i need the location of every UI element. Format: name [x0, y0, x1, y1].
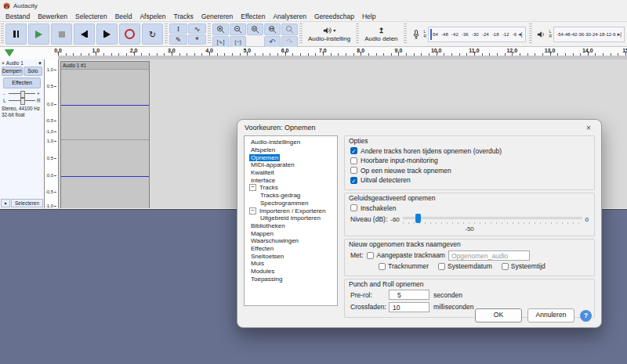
dialog-close-button[interactable]: × [583, 124, 594, 132]
custom-name-input[interactable]: Opgenomen_audio [448, 250, 530, 261]
skip-to-start-button[interactable] [74, 23, 95, 45]
toolbar-grip[interactable] [1, 23, 4, 45]
skip-to-end-button[interactable] [96, 23, 118, 45]
zoom-out-button[interactable] [230, 23, 246, 35]
tree-item-muis[interactable]: Muis [246, 260, 335, 268]
custom-name-checkbox[interactable] [367, 252, 374, 259]
naming-checkbox[interactable] [379, 263, 386, 270]
multi-tool-button[interactable]: * [188, 34, 206, 45]
dialog-title-bar[interactable]: Voorkeuren: Opnemen × [237, 120, 601, 135]
menu-tracks[interactable]: Tracks [170, 13, 198, 20]
tree-item-spectrogrammen[interactable]: Spectrogrammen [246, 200, 335, 207]
recording-meter-scale[interactable]: -54-48-42-36-30-24-18-12-6 ◂| [428, 27, 525, 42]
record-button[interactable] [119, 23, 140, 45]
tree-item-interface[interactable]: Interface [246, 176, 335, 184]
option-row[interactable]: Op een nieuwe track opnemen [350, 167, 589, 175]
stop-button[interactable] [51, 23, 72, 45]
tree-item-waarschuwingen[interactable]: Waarschuwingen [246, 237, 335, 245]
toolbar-grip[interactable] [529, 23, 532, 45]
tree-item-bibliotheken[interactable]: Bibliotheken [246, 222, 335, 230]
microphone-button[interactable] [410, 27, 422, 41]
pan-slider-thumb[interactable] [20, 98, 25, 105]
tree-item-audio-instellingen[interactable]: Audio-instellingen [246, 139, 335, 146]
option-checkbox[interactable] [350, 157, 357, 164]
pause-button[interactable] [5, 23, 27, 45]
timeline-pin-icon[interactable] [5, 49, 14, 56]
menu-help[interactable]: Help [358, 13, 379, 20]
play-button[interactable] [28, 23, 49, 45]
recording-meter[interactable]: LR -54-48-42-36-30-24-18-12-6 ◂| [408, 22, 528, 46]
tree-expander-icon[interactable]: − [249, 207, 256, 214]
audio-clip[interactable]: Audio 1 #1 [60, 61, 150, 208]
naming-checkbox[interactable] [438, 263, 445, 270]
toolbar-grip[interactable] [404, 23, 407, 45]
tree-item-tracks[interactable]: −Tracks [246, 184, 335, 192]
toolbar-grip[interactable] [356, 23, 359, 45]
tree-item-afspelen[interactable]: Afspelen [246, 146, 335, 154]
enable-checkbox[interactable] [350, 204, 357, 211]
menu-bewerken[interactable]: Bewerken [34, 13, 71, 20]
fit-project-button[interactable] [264, 23, 281, 35]
menu-afspelen[interactable]: Afspelen [136, 13, 169, 20]
option-row[interactable]: Hoorbare input-monitoring [350, 157, 589, 164]
track-menu-button[interactable]: ▼ [38, 61, 42, 66]
menu-gereedschap[interactable]: Gereedschap [310, 13, 358, 20]
tree-expander-icon[interactable]: − [249, 184, 256, 191]
tree-item-uitgebreid-importeren[interactable]: Uitgebreid importeren [246, 214, 335, 222]
clip-title[interactable]: Audio 1 #1 [61, 62, 149, 70]
option-checkbox[interactable]: ✓ [350, 147, 357, 154]
solo-button[interactable]: Solo [24, 67, 42, 76]
silence-audio-button[interactable]: (−) [230, 36, 246, 48]
menu-selecteren[interactable]: Selecteren [71, 13, 111, 20]
select-track-button[interactable]: Selecteren [11, 199, 43, 207]
share-audio-button[interactable]: ↥ Audio delen [360, 22, 402, 46]
trim-audio-button[interactable]: [∿] [212, 36, 229, 48]
tree-item-mappen[interactable]: Mappen [246, 229, 335, 237]
ok-button[interactable]: OK [475, 308, 522, 323]
option-checkbox[interactable] [350, 167, 357, 174]
mute-button[interactable]: Dempen [2, 67, 23, 76]
tree-item-effecten[interactable]: Effecten [246, 245, 335, 253]
tree-item-modules[interactable]: Modules [246, 268, 335, 276]
track-close-button[interactable]: × [2, 60, 5, 66]
option-row[interactable]: ✓Andere tracks horen tijdens opnemen (ov… [350, 147, 589, 155]
tree-item-tracks-gedrag[interactable]: Tracks-gedrag [246, 192, 335, 200]
menu-genereren[interactable]: Genereren [198, 13, 237, 20]
level-slider-thumb[interactable] [415, 214, 421, 223]
selection-tool-button[interactable]: I [169, 23, 187, 34]
tree-item-sneltoetsen[interactable]: Sneltoetsen [246, 252, 335, 260]
tree-item-midi-apparaten[interactable]: MIDI-apparaten [246, 161, 335, 169]
zoom-toggle-button[interactable] [281, 23, 298, 35]
naming-option[interactable]: Systeemtijd [502, 262, 545, 270]
effects-button[interactable]: Effecten [3, 77, 41, 88]
pan-slider[interactable]: L R [0, 97, 44, 104]
option-checkbox[interactable]: ✓ [350, 177, 357, 184]
tree-item-importeren-exporteren[interactable]: −Importeren / Exporteren [246, 207, 335, 214]
menu-effecten[interactable]: Effecten [237, 13, 269, 20]
toolbar-grip[interactable] [299, 23, 303, 45]
collapse-track-button[interactable]: ▲ [1, 199, 10, 207]
fit-selection-button[interactable] [247, 23, 263, 35]
naming-option[interactable]: Systeemdatum [438, 262, 492, 270]
crossfade-input[interactable]: 10 [389, 302, 429, 312]
option-row[interactable]: ✓Uitval detecteren [350, 176, 589, 184]
cancel-button[interactable]: Annuleren [527, 308, 574, 323]
naming-option[interactable]: Tracknummer [379, 262, 429, 270]
playback-meter-scale[interactable]: -54-48-42-36-30-24-18-12-6 ▸| [553, 27, 625, 42]
track-name[interactable]: Audio 1 [6, 60, 24, 66]
envelope-tool-button[interactable]: ∿ [188, 23, 206, 34]
level-slider[interactable] [403, 214, 582, 225]
vertical-scale-ruler[interactable]: 1,00,50,0-0,5-1,01,00,50,0-0,5-1,0 [45, 59, 59, 208]
menu-analyseren[interactable]: Analyseren [269, 13, 310, 20]
gain-slider[interactable]: - + [0, 90, 44, 97]
undo-button[interactable]: ↶ [264, 36, 281, 48]
preroll-input[interactable]: 5 [389, 290, 429, 300]
zoom-in-button[interactable] [212, 23, 229, 35]
naming-checkbox[interactable] [502, 263, 509, 270]
tree-item-kwaliteit[interactable]: Kwaliteit [246, 169, 335, 177]
tree-item-opnemen[interactable]: Opnemen [246, 153, 335, 161]
toolbar-grip[interactable] [165, 23, 168, 45]
playback-meter[interactable]: LR -54-48-42-36-30-24-18-12-6 ▸| [533, 22, 627, 46]
tree-item-toepassing[interactable]: Toepassing [246, 275, 335, 283]
menu-beeld[interactable]: Beeld [111, 13, 136, 20]
